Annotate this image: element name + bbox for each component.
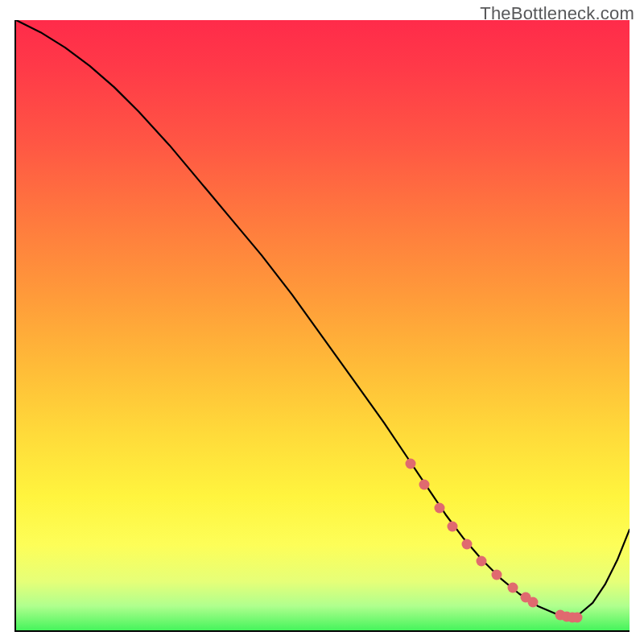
marker-dot	[492, 570, 502, 580]
watermark-label: TheBottleneck.com	[480, 3, 634, 24]
marker-dot	[406, 459, 416, 469]
chart-frame: TheBottleneck.com	[0, 0, 644, 644]
marker-dot	[477, 555, 487, 566]
marker-dot	[419, 479, 429, 489]
curve-svg	[16, 20, 630, 630]
marker-dot	[434, 502, 444, 513]
marker-dot	[572, 612, 582, 622]
plot-area	[14, 20, 630, 632]
marker-dot	[462, 539, 473, 550]
marker-dot	[448, 522, 458, 532]
marker-dot	[527, 597, 538, 607]
curve-line	[16, 20, 630, 617]
marker-dot	[508, 583, 518, 593]
